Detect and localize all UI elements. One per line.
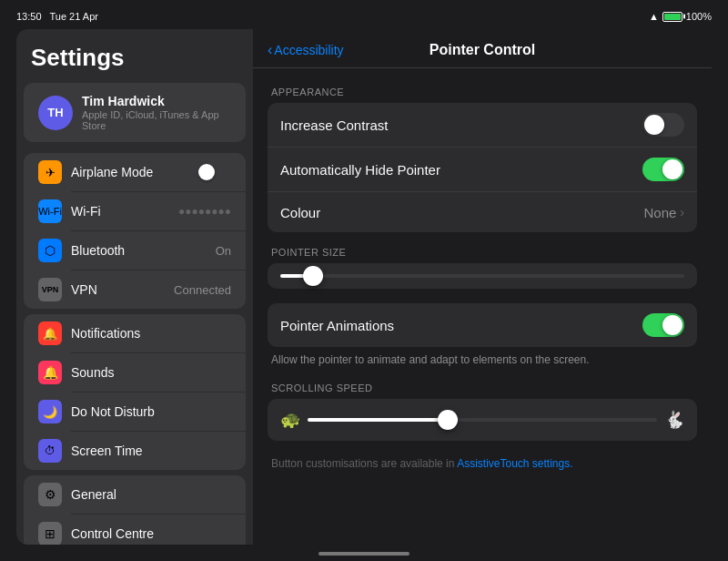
sidebar-title: Settings [16,29,253,83]
sidebar-group-3: ⚙ General ⊞ Control Centre AA Display & … [24,475,246,545]
pointer-animations-toggle[interactable] [642,313,684,337]
pointer-size-slider-container [280,274,684,278]
colour-value: None [643,205,676,220]
scrolling-speed-section-label: SCROLLING SPEED [268,382,697,393]
pointer-animations-row[interactable]: Pointer Animations [268,303,697,347]
sidebar-label-donotdisturb: Do Not Disturb [71,404,231,419]
back-button[interactable]: ‹ Accessibility [268,42,344,58]
notifications-icon: 🔔 [38,321,62,345]
hide-pointer-row[interactable]: Automatically Hide Pointer [268,148,697,192]
sidebar-label-wifi: Wi-Fi [71,204,178,219]
bluetooth-icon: ⬡ [38,239,62,262]
colour-row[interactable]: Colour None › [268,192,697,232]
pointer-size-section-label: POINTER SIZE [268,247,697,258]
bottom-note: Button customisations are available in A… [268,455,697,472]
pointer-animations-label: Pointer Animations [280,318,642,333]
avatar: TH [38,96,73,130]
pointer-animations-hint: Allow the pointer to animate and adapt t… [268,347,697,368]
sidebar-item-controlcentre[interactable]: ⊞ Control Centre [24,515,246,545]
pointer-size-slider-group [268,263,697,289]
scrolling-speed-slider-group: 🐢 🐇 [268,399,697,441]
increase-contrast-label: Increase Contrast [280,117,642,133]
main-container: Settings TH Tim Hardwick Apple ID, iClou… [16,29,712,545]
pointer-size-slider[interactable] [280,274,684,278]
status-bar: 13:50 Tue 21 Apr ▲ 100% [16,7,712,26]
colour-label: Colour [280,205,643,220]
status-time: 13:50 Tue 21 Apr [16,11,98,22]
sidebar-label-controlcentre: Control Centre [71,526,231,541]
sidebar: Settings TH Tim Hardwick Apple ID, iClou… [16,29,253,545]
wifi-icon: ▲ [649,11,659,22]
appearance-section: APPEARANCE Increase Contrast Automatical… [268,87,697,232]
sidebar-item-donotdisturb[interactable]: 🌙 Do Not Disturb [24,393,246,431]
sidebar-item-bluetooth[interactable]: ⬡ Bluetooth On [24,231,246,270]
sidebar-item-general[interactable]: ⚙ General [24,475,246,514]
sidebar-label-notifications: Notifications [71,326,231,341]
screentime-icon: ⏱ [38,439,62,463]
appearance-group: Increase Contrast Automatically Hide Poi… [268,103,697,232]
battery-label: 100% [686,11,712,22]
sidebar-label-airplane: Airplane Mode [71,165,197,179]
general-icon: ⚙ [38,483,62,506]
scrolling-speed-slider-container: 🐢 🐇 [280,410,684,430]
sidebar-item-notifications[interactable]: 🔔 Notifications [24,314,246,352]
scrolling-speed-slider[interactable] [308,418,657,422]
sidebar-item-sounds[interactable]: 🔔 Sounds [24,353,246,392]
airplane-toggle[interactable] [197,162,231,182]
scrolling-speed-section: SCROLLING SPEED 🐢 🐇 [268,382,697,441]
airplane-icon: ✈ [38,160,62,184]
user-subtitle: Apple ID, iCloud, iTunes & App Store [82,109,231,131]
sidebar-label-sounds: Sounds [71,365,231,380]
content-header: ‹ Accessibility Pointer Control [253,29,712,68]
sidebar-item-vpn[interactable]: VPN VPN Connected [24,270,246,309]
increase-contrast-toggle[interactable] [642,113,684,137]
pointer-animations-section: Pointer Animations Allow the pointer to … [268,303,697,368]
battery-icon [662,12,682,22]
user-info: Tim Hardwick Apple ID, iCloud, iTunes & … [82,94,231,131]
user-name: Tim Hardwick [82,94,231,108]
hide-pointer-toggle[interactable] [642,158,684,181]
colour-chevron-icon: › [680,205,684,219]
sidebar-item-wifi[interactable]: Wi-Fi Wi-Fi ●●●●●●●● [24,192,246,230]
sidebar-item-airplane[interactable]: ✈ Airplane Mode [24,153,246,191]
sidebar-label-bluetooth: Bluetooth [71,243,216,258]
sounds-icon: 🔔 [38,361,62,384]
sidebar-item-screentime[interactable]: ⏱ Screen Time [24,432,246,470]
pointer-size-section: POINTER SIZE [268,247,697,289]
content-panel: ‹ Accessibility Pointer Control APPEARAN… [253,29,712,545]
appearance-section-label: APPEARANCE [268,87,697,97]
increase-contrast-row[interactable]: Increase Contrast [268,103,697,148]
sidebar-group-1: ✈ Airplane Mode Wi-Fi Wi-Fi ●●●●●●●● ⬡ B… [24,153,246,309]
controlcentre-icon: ⊞ [38,522,62,545]
pointer-animations-group: Pointer Animations [268,303,697,347]
donotdisturb-icon: 🌙 [38,400,62,423]
sidebar-value-bluetooth: On [216,244,231,258]
page-title: Pointer Control [430,42,535,58]
assistivetouch-link[interactable]: AssistiveTouch settings. [457,457,572,470]
back-label: Accessibility [274,43,343,57]
sidebar-label-general: General [71,487,231,502]
sidebar-label-screentime: Screen Time [71,444,231,458]
back-chevron-icon: ‹ [268,42,272,58]
wifi-settings-icon: Wi-Fi [38,199,62,223]
sidebar-value-vpn: Connected [174,283,231,297]
turtle-icon: 🐢 [280,410,300,430]
vpn-icon: VPN [38,278,62,301]
sidebar-value-wifi: ●●●●●●●● [178,205,231,218]
home-indicator [318,552,410,556]
user-profile[interactable]: TH Tim Hardwick Apple ID, iCloud, iTunes… [24,83,246,142]
sidebar-group-2: 🔔 Notifications 🔔 Sounds 🌙 Do Not Distur… [24,314,246,470]
hide-pointer-label: Automatically Hide Pointer [280,162,642,178]
status-indicators: ▲ 100% [649,11,712,22]
rabbit-icon: 🐇 [664,410,684,430]
sidebar-label-vpn: VPN [71,282,174,297]
